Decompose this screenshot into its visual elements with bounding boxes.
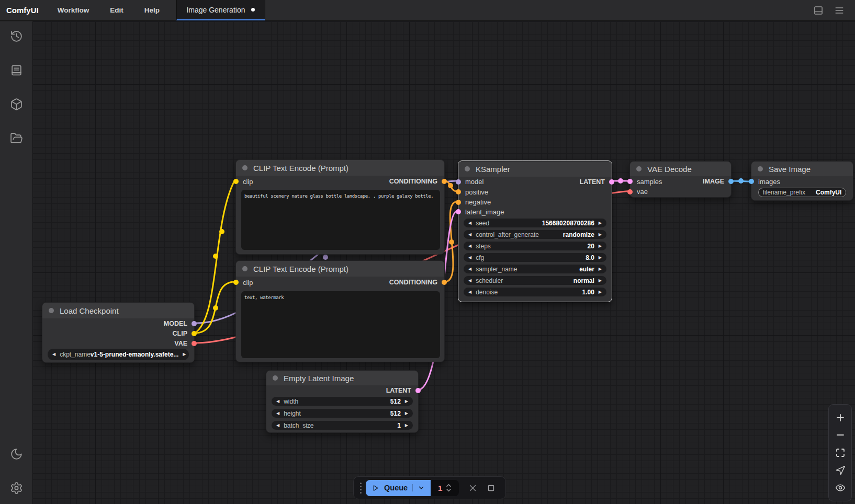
collapse-dot[interactable] (758, 166, 763, 171)
decrement-arrow-icon[interactable]: ◀ (276, 423, 279, 428)
input-slot-vae[interactable] (627, 189, 633, 194)
workflows-folder-icon[interactable] (10, 132, 23, 145)
input-slot-images[interactable] (749, 179, 754, 184)
increment-arrow-icon[interactable]: ▶ (599, 267, 602, 271)
widget-steps[interactable]: ◀ steps 20 ▶ (464, 242, 606, 250)
decrement-arrow-icon[interactable]: ◀ (276, 411, 279, 416)
output-slot-image[interactable] (728, 179, 734, 184)
node-clip-text-encode-positive[interactable]: CLIP Text Encode (Prompt) clip CONDITION… (235, 159, 445, 255)
workflow-tab[interactable]: Image Generation (176, 0, 265, 20)
zoom-in-icon[interactable] (835, 413, 846, 423)
toggle-visibility-eye-icon[interactable] (835, 483, 846, 493)
widget-batch-size[interactable]: ◀ batch_size 1 ▶ (272, 421, 413, 430)
collapse-dot[interactable] (636, 166, 642, 171)
node-save-image[interactable]: Save Image images filename_prefix ComfyU… (751, 161, 853, 201)
input-slot-samples[interactable] (627, 179, 633, 184)
increment-arrow-icon[interactable]: ▶ (599, 290, 602, 294)
widget-denoise[interactable]: ◀ denoise 1.00 ▶ (464, 288, 606, 296)
node-vae-decode[interactable]: VAE Decode samples IMAGE vae (629, 161, 732, 198)
input-slot-model[interactable] (456, 179, 461, 185)
prompt-text-negative[interactable]: text, watermark (241, 291, 440, 358)
decrement-arrow-icon[interactable]: ◀ (468, 290, 471, 294)
stop-square-icon[interactable] (487, 484, 496, 492)
menu-workflow[interactable]: Workflow (47, 0, 100, 20)
widget-filename-prefix[interactable]: filename_prefix ComfyUI (758, 188, 846, 197)
output-slot-vae[interactable] (192, 341, 197, 346)
decrement-arrow-icon[interactable]: ◀ (468, 279, 471, 283)
menu-edit[interactable]: Edit (99, 0, 134, 20)
node-ksampler[interactable]: KSampler model LATENT positive negative … (458, 161, 612, 302)
increment-arrow-icon[interactable]: ▶ (599, 256, 602, 260)
zoom-out-icon[interactable] (835, 430, 846, 440)
collapse-dot[interactable] (242, 165, 248, 170)
drag-handle-icon[interactable] (359, 483, 362, 494)
increment-arrow-icon[interactable]: ▶ (599, 221, 602, 225)
widget-width[interactable]: ◀ width 512 ▶ (272, 397, 413, 406)
node-load-checkpoint[interactable]: Load Checkpoint MODEL CLIP VAE ◀ ckpt_na… (42, 302, 195, 363)
node-title-bar[interactable]: Empty Latent Image (266, 371, 418, 385)
widget-scheduler[interactable]: ◀ scheduler normal ▶ (464, 276, 606, 285)
widget-ckpt-name[interactable]: ◀ ckpt_name v1-5-pruned-emaonly.safete..… (48, 349, 189, 360)
settings-gear-icon[interactable] (10, 482, 23, 495)
node-title-bar[interactable]: Save Image (751, 162, 853, 176)
pan-mode-icon[interactable] (835, 465, 846, 476)
node-empty-latent-image[interactable]: Empty Latent Image LATENT ◀ width 512 ▶ … (266, 370, 419, 433)
output-label-image: IMAGE (703, 178, 724, 185)
collapse-dot[interactable] (465, 166, 470, 171)
node-title-bar[interactable]: CLIP Text Encode (Prompt) (236, 261, 444, 277)
increment-arrow-icon[interactable]: ▶ (599, 279, 602, 283)
batch-count-stepper[interactable]: 1 (431, 480, 459, 496)
output-slot-latent[interactable] (415, 388, 421, 393)
decrement-arrow-icon[interactable]: ◀ (468, 267, 471, 271)
output-slot-conditioning[interactable] (442, 179, 447, 184)
increment-arrow-icon[interactable]: ▶ (599, 233, 602, 237)
increment-arrow-icon[interactable]: ▶ (183, 352, 186, 357)
decrement-arrow-icon[interactable]: ◀ (468, 244, 471, 248)
increment-arrow-icon[interactable]: ▶ (405, 423, 408, 428)
prompt-text-positive[interactable]: beautiful scenery nature glass bottle la… (241, 190, 440, 250)
stepper-arrows[interactable] (446, 484, 452, 492)
menu-help[interactable]: Help (134, 0, 170, 20)
widget-sampler-name[interactable]: ◀ sampler_name euler ▶ (464, 265, 606, 273)
collapse-dot[interactable] (242, 266, 248, 271)
queue-options-chevron-icon[interactable] (412, 484, 425, 491)
node-title-bar[interactable]: CLIP Text Encode (Prompt) (236, 160, 444, 176)
decrement-arrow-icon[interactable]: ◀ (468, 233, 471, 237)
increment-arrow-icon[interactable]: ▶ (405, 411, 408, 416)
output-slot-latent[interactable] (609, 179, 614, 185)
menu-icon[interactable] (834, 5, 845, 16)
widget-control-after-generate[interactable]: ◀ control_after_generate randomize ▶ (464, 230, 606, 239)
theme-moon-icon[interactable] (10, 448, 23, 461)
node-title: VAE Decode (647, 165, 692, 174)
input-slot-clip[interactable] (233, 280, 239, 285)
node-title-bar[interactable]: Load Checkpoint (42, 303, 194, 318)
collapse-dot[interactable] (49, 308, 54, 313)
output-slot-clip[interactable] (192, 331, 197, 336)
model-library-icon[interactable] (10, 98, 23, 111)
widget-cfg[interactable]: ◀ cfg 8.0 ▶ (464, 253, 606, 262)
input-slot-positive[interactable] (456, 189, 461, 194)
widget-seed[interactable]: ◀ seed 156680208700286 ▶ (464, 219, 606, 227)
decrement-arrow-icon[interactable]: ◀ (468, 221, 471, 225)
logs-icon[interactable] (10, 64, 23, 77)
decrement-arrow-icon[interactable]: ◀ (52, 352, 55, 357)
widget-height[interactable]: ◀ height 512 ▶ (272, 409, 413, 418)
output-slot-conditioning[interactable] (442, 280, 447, 285)
panel-bottom-icon[interactable] (813, 5, 824, 16)
clear-queue-icon[interactable] (468, 484, 477, 492)
output-slot-model[interactable] (192, 321, 197, 326)
node-clip-text-encode-negative[interactable]: CLIP Text Encode (Prompt) clip CONDITION… (235, 260, 445, 362)
increment-arrow-icon[interactable]: ▶ (599, 244, 602, 248)
input-slot-latent-image[interactable] (456, 209, 461, 214)
increment-arrow-icon[interactable]: ▶ (405, 399, 408, 404)
decrement-arrow-icon[interactable]: ◀ (468, 256, 471, 260)
input-slot-clip[interactable] (233, 179, 239, 184)
fit-view-icon[interactable] (835, 448, 846, 458)
queue-button[interactable]: Queue (366, 480, 431, 496)
decrement-arrow-icon[interactable]: ◀ (276, 399, 279, 404)
collapse-dot[interactable] (273, 375, 278, 381)
input-slot-negative[interactable] (456, 200, 461, 205)
node-title-bar[interactable]: KSampler (458, 161, 612, 177)
history-icon[interactable] (10, 30, 23, 43)
node-title-bar[interactable]: VAE Decode (630, 162, 731, 176)
